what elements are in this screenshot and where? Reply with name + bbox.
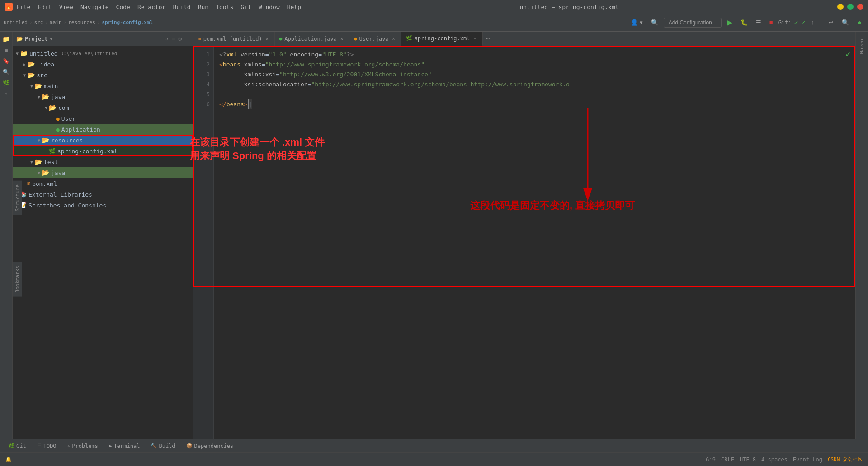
tab-user-close[interactable]: ✕ [391,36,396,42]
structure-side-tab[interactable]: Structure [13,181,22,215]
tree-item-java[interactable]: ▼ 📂 java [13,91,193,102]
tab-application[interactable]: ● Application.java ✕ [275,32,349,46]
tree-label-scratches: Scratches and Consoles [28,202,106,209]
profile-button[interactable]: 👤 ▾ [628,18,646,27]
tab-spring-config[interactable]: 🌿 spring-config.xml ✕ [401,32,483,46]
window-controls[interactable] [837,4,863,10]
git-push-button[interactable]: ↑ [808,18,817,27]
menu-help[interactable]: Help [287,4,301,10]
undo-button[interactable]: ↩ [826,18,836,27]
tab-spring-config-close[interactable]: ✕ [472,35,477,41]
git-ok-icon: ✓ [801,18,806,27]
status-crlf[interactable]: CRLF [721,457,734,463]
structure-icon[interactable]: ≡ [5,47,8,53]
run-coverage-button[interactable]: ☰ [753,18,764,27]
tree-item-main[interactable]: ▼ 📂 main [13,80,193,91]
panel-action-options[interactable]: ⚙ [178,35,183,43]
minimize-button[interactable] [837,4,844,10]
menu-git[interactable]: Git [241,4,251,10]
folder-icon-untitled: 📁 [20,50,28,57]
tab-pom-close[interactable]: ✕ [264,36,270,42]
tab-pom[interactable]: m pom.xml (untitled) ✕ [193,32,275,46]
search-everywhere-button[interactable]: 🔍 [648,18,661,27]
tree-item-application[interactable]: ● Application [13,124,193,135]
menu-tools[interactable]: Tools [216,4,233,10]
line-num-1: 1 [193,50,210,60]
panel-action-collapse[interactable]: ≡ [170,35,175,43]
menu-navigate[interactable]: Navigate [80,4,109,10]
tree-item-scratches[interactable]: 📝 Scratches and Consoles [13,200,193,211]
bookmarks-side-tab[interactable]: Bookmarks [13,262,22,297]
xml-attr-encoding: encoding [287,50,318,60]
bottom-tab-build[interactable]: 🔨 Build [146,440,179,452]
tree-item-untitled[interactable]: ▼ 📁 untitled D:\java-ee\untitled [13,48,193,59]
line-num-3: 3 [193,70,210,80]
tree-item-resources[interactable]: ▼ 📂 resources [13,135,193,146]
xml-attr-version: version [237,50,265,60]
panel-action-close[interactable]: — [184,35,189,43]
project-icon[interactable]: 📁 [2,35,10,42]
panel-action-new[interactable]: ⊕ [164,35,169,43]
tree-item-test-java[interactable]: ▼ 📂 java [13,167,193,178]
status-encoding[interactable]: UTF-8 [740,457,756,463]
attr-xmlns-xsi: xmlns:xsi [244,70,276,80]
bottom-tab-dependencies[interactable]: 📦 Dependencies [182,440,238,452]
status-indent[interactable]: 4 spaces [761,457,788,463]
commit-icon[interactable]: ↑ [5,90,8,97]
menu-build[interactable]: Build [173,4,191,10]
bookmarks-icon[interactable]: 🔖 [3,58,9,64]
search-button[interactable]: 🔍 [839,18,852,27]
menu-code[interactable]: Code [116,4,130,10]
folder-icon-src: 📂 [27,71,35,79]
tab-user[interactable]: ● User.java ✕ [349,32,401,46]
settings-button[interactable]: ● [854,17,864,28]
maximize-button[interactable] [847,4,854,10]
breadcrumb-resources[interactable]: resources [68,19,95,25]
cursor: | [248,99,252,109]
tabs-more-button[interactable]: ⋯ [483,35,494,42]
tab-application-close[interactable]: ✕ [339,36,344,42]
stop-button[interactable]: ■ [767,18,776,27]
tree-item-pom[interactable]: m pom.xml [13,178,193,189]
menu-edit[interactable]: Edit [38,4,52,10]
bottom-tab-git[interactable]: 🌿 Git [4,440,31,452]
panel-title-dropdown[interactable]: ▾ [50,36,53,42]
val-xmlns-xsi: "http://www.w3.org/2001/XMLSchema-instan… [279,70,432,80]
tree-item-com[interactable]: ▼ 📂 com [13,102,193,113]
run-button[interactable]: ▶ [724,17,735,28]
editor-content[interactable]: ✓ 1 2 3 4 5 6 <?xml version="1.0" encodi… [193,46,855,447]
vcs-icon[interactable]: 🌿 [3,80,9,86]
arrow-java: ▼ [36,94,42,99]
menu-view[interactable]: View [59,4,73,10]
tree-item-spring-config[interactable]: 🌿 spring-config.xml [13,146,193,156]
xml-icon-spring-config: 🌿 [49,148,56,154]
menu-run[interactable]: Run [198,4,208,10]
bottom-tab-terminal[interactable]: ▶ Terminal [104,440,144,452]
breadcrumb-main[interactable]: main [50,19,62,25]
code-area[interactable]: <?xml version="1.0" encoding="UTF-8" ?> … [214,46,855,447]
tree-item-src[interactable]: ▼ 📂 src [13,70,193,80]
tree-item-external-libs[interactable]: ▶ 📚 External Libraries [13,189,193,200]
status-position[interactable]: 6:9 [706,457,716,463]
debug-button[interactable]: 🐛 [738,18,750,27]
breadcrumb-project[interactable]: untitled [4,19,28,25]
tree-item-test[interactable]: ▼ 📂 test [13,156,193,167]
breadcrumb-sep3: › [64,19,67,25]
menu-file[interactable]: File [16,4,30,10]
maven-panel-tab[interactable]: Maven [858,35,866,57]
menu-refactor[interactable]: Refactor [137,4,166,10]
bottom-tab-problems[interactable]: ⚠ Problems [63,440,103,452]
status-event-log[interactable]: Event Log [793,457,822,463]
empty-line [219,89,223,99]
tab-application-label: Application.java [284,36,337,42]
close-button[interactable] [857,4,863,10]
tree-item-idea[interactable]: ▶ 📂 .idea [13,59,193,70]
breadcrumb-src[interactable]: src [34,19,43,25]
menu-bar[interactable]: File Edit View Navigate Code Refactor Bu… [16,4,301,10]
find-icon[interactable]: 🔍 [3,69,9,75]
bottom-tab-todo[interactable]: ☰ TODO [33,440,61,452]
add-configuration-button[interactable]: Add Configuration... [664,18,722,28]
breadcrumb-file[interactable]: spring-config.xml [102,19,153,25]
tree-item-user[interactable]: ● User [13,113,193,124]
menu-window[interactable]: Window [259,4,280,10]
